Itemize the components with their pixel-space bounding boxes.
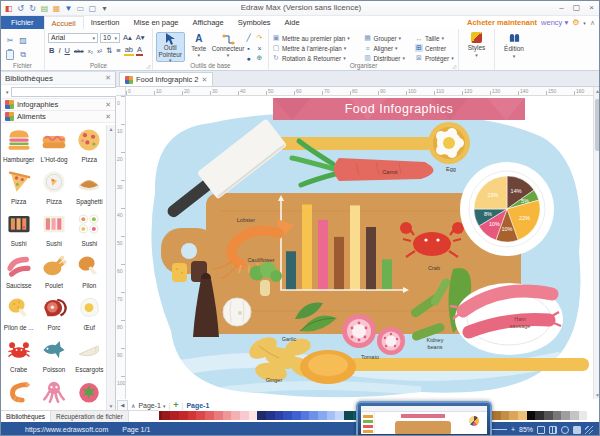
library-section-aliments[interactable]: Aliments✕ — [1, 111, 115, 123]
color-swatch[interactable] — [170, 411, 179, 420]
color-swatch[interactable] — [327, 411, 336, 420]
document-tab[interactable]: Food Infographic 2 ✕ — [119, 72, 213, 86]
line-tool-icon[interactable]: ╱ — [243, 33, 254, 43]
banner-title-text[interactable]: Food Infographics — [345, 102, 454, 116]
library-item-pizza[interactable]: Pizza — [72, 127, 107, 169]
close-section-icon[interactable]: ✕ — [105, 113, 111, 121]
library-item-tomato[interactable] — [72, 379, 107, 410]
close-tab-icon[interactable]: ✕ — [202, 76, 208, 84]
color-swatch[interactable] — [301, 411, 310, 420]
edition-button[interactable]: Édition▾ — [498, 32, 530, 62]
tab-mise-en-page[interactable]: Mise en page — [126, 16, 185, 29]
font-color-icon[interactable]: A — [136, 45, 143, 56]
lobster-label[interactable]: Lobster — [237, 217, 256, 223]
color-swatch[interactable] — [196, 411, 205, 420]
library-item-sushi[interactable]: Sushi — [72, 211, 107, 253]
cauliflower-label[interactable]: Cauliflower — [247, 257, 274, 263]
color-swatch[interactable] — [275, 411, 284, 420]
color-swatch[interactable] — [223, 411, 232, 420]
color-swatch[interactable] — [509, 411, 518, 420]
library-item-uf[interactable]: Œuf — [72, 295, 107, 337]
tomato-label[interactable]: Tomato — [361, 354, 379, 360]
bullet-list-icon[interactable]: ≡ — [115, 46, 121, 55]
color-swatch[interactable] — [561, 411, 570, 420]
library-item-porc[interactable]: Porc — [36, 295, 71, 337]
color-swatch[interactable] — [344, 411, 353, 420]
color-swatch[interactable] — [240, 411, 249, 420]
library-item-shrimp[interactable] — [1, 379, 36, 410]
text-tool-button[interactable]: A Texte▾ — [185, 32, 214, 62]
color-swatch[interactable] — [257, 411, 266, 420]
styles-button[interactable]: Styles▾ — [462, 32, 491, 62]
resize-grip[interactable] — [585, 426, 593, 434]
collapse-pages-icon[interactable]: ∧ — [131, 402, 135, 409]
organiser-centrer[interactable]: ⊞Centrer — [415, 43, 455, 53]
library-item-hamburger[interactable]: Hamburger — [1, 127, 36, 169]
bar-chart-bar[interactable] — [302, 205, 312, 291]
taskbar-thumbnail-preview[interactable] — [356, 401, 492, 436]
tab-fichier[interactable]: Fichier — [1, 16, 44, 29]
page-tab-active[interactable]: Page-1 — [186, 402, 209, 409]
bar-chart-bar[interactable] — [318, 220, 328, 290]
grow-font-icon[interactable]: A▴ — [122, 33, 133, 42]
color-swatch[interactable] — [544, 411, 553, 420]
color-swatch[interactable] — [249, 411, 258, 420]
garlic-shape[interactable] — [223, 298, 251, 326]
organiser-mettre-l-arri-re-plan[interactable]: ▢Mettre à l'arrière-plan▾ — [272, 43, 360, 53]
organiser-taille[interactable]: ↔Taille▾ — [415, 33, 455, 43]
bar-chart-bar[interactable] — [334, 237, 344, 290]
buy-now-link[interactable]: Acheter maintenant — [467, 18, 537, 27]
organiser-aligner[interactable]: ≡Aligner▾ — [364, 43, 412, 53]
connector-tool-button[interactable]: Connecteur▾ — [213, 32, 243, 62]
garlic-label[interactable]: Garlic — [282, 336, 297, 342]
panel-tab-biblioth-ques[interactable]: Bibliothèques — [1, 411, 51, 422]
line-spacing-icon[interactable]: ⇅ — [105, 46, 113, 55]
website-link[interactable]: https://www.edrawsoft.com — [25, 426, 108, 433]
cut-icon[interactable]: ✂ — [4, 33, 16, 47]
close-section-icon[interactable]: ✕ — [105, 101, 111, 109]
salt-shaker-shape[interactable] — [172, 263, 187, 282]
library-picker-caret-icon[interactable]: ▾ — [6, 89, 9, 95]
color-swatch[interactable] — [188, 411, 197, 420]
color-swatch[interactable] — [318, 411, 327, 420]
scroll-down-icon[interactable]: ▼ — [107, 403, 115, 409]
tab-affichage[interactable]: Affichage — [186, 16, 231, 29]
bar-chart-bar[interactable] — [286, 251, 296, 290]
color-swatch[interactable] — [292, 411, 301, 420]
color-swatch[interactable] — [266, 411, 275, 420]
dialog-launcher-icon[interactable]: ◿ — [452, 63, 456, 69]
color-swatch[interactable] — [335, 411, 344, 420]
settings-gear-icon[interactable]: ⚙ — [572, 18, 579, 27]
tab-accueil[interactable]: Accueil — [44, 16, 84, 29]
bar-chart-bar[interactable] — [350, 205, 360, 290]
zoom-select-icon[interactable] — [561, 426, 569, 434]
color-swatch[interactable] — [518, 411, 527, 420]
drawing-canvas[interactable]: 14%5%22%10%10%8%23% Food Infographics Ca… — [126, 96, 593, 399]
copy-icon[interactable]: ⧉ — [17, 48, 29, 62]
strikethrough-button[interactable]: abc — [73, 48, 85, 54]
library-scrollbar[interactable]: ▲ ▼ — [106, 125, 115, 410]
pointer-tool-button[interactable]: Outil Pointeur▾ — [156, 32, 185, 62]
canvas-vertical-scrollbar[interactable]: ▲ ▼ — [593, 87, 600, 399]
color-swatch[interactable] — [553, 411, 562, 420]
ham-label-line2[interactable]: sausage — [510, 323, 531, 329]
panel-tab-r-cup-ration-de-fichier[interactable]: Récupération de fichier — [51, 411, 129, 422]
italic-button[interactable]: I — [57, 46, 61, 55]
maximize-button[interactable]: ▢ — [569, 1, 584, 14]
library-item-pilon-de[interactable]: Pilon de ... — [1, 295, 36, 337]
zoom-level[interactable]: 85% — [519, 426, 533, 433]
add-page-button[interactable]: + — [173, 400, 178, 410]
bar-chart-bar[interactable] — [366, 227, 376, 290]
library-item-crabe[interactable]: Crabe — [1, 337, 36, 379]
library-item-sushi[interactable]: Sushi — [36, 211, 71, 253]
close-panel-icon[interactable]: ✕ — [105, 74, 111, 82]
library-item-octopus[interactable] — [36, 379, 71, 410]
kidney-label-line1[interactable]: Kidney — [427, 337, 444, 343]
library-item-pizza[interactable]: Pizza — [1, 169, 36, 211]
close-button[interactable]: × — [584, 1, 599, 14]
color-swatch[interactable] — [579, 411, 588, 420]
scroll-up-icon[interactable]: ▲ — [594, 88, 600, 94]
library-item-l-hot-dog[interactable]: L'Hot-dog — [36, 127, 71, 169]
library-item-spaghetti[interactable]: Spaghetti — [72, 169, 107, 211]
rectangle-tool-icon[interactable]: ▪ — [243, 43, 254, 53]
